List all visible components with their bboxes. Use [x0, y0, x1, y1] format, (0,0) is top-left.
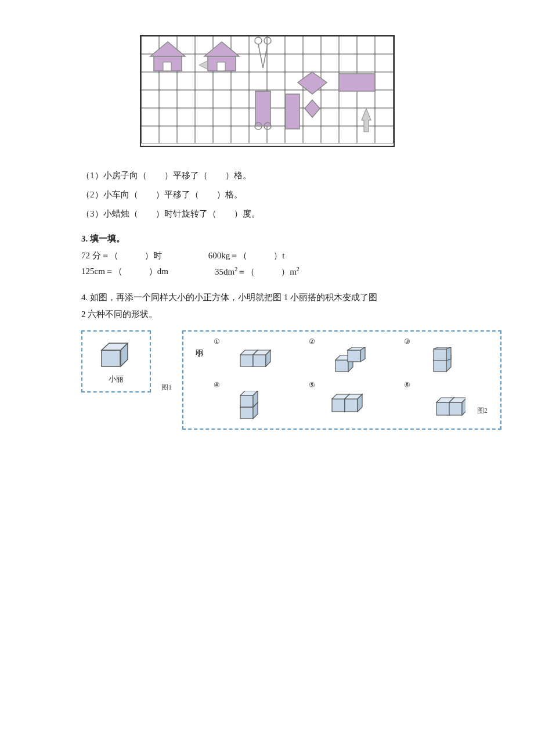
fill-item-1: 72 分＝（ ）时 [81, 250, 162, 261]
figure-1-box: 小丽 [81, 330, 151, 393]
figures-row: 小丽 图1 小明 ① [81, 330, 488, 430]
svg-rect-71 [436, 402, 449, 415]
xiaoli-label: 小丽 [109, 374, 124, 384]
fill-item-4: 35dm2＝（ ）m2 [215, 266, 300, 278]
figure2-header: 小明 ① [194, 337, 490, 423]
fig2-grid: ① ② [214, 337, 490, 423]
figure-2-box: 小明 ① [182, 330, 501, 430]
svg-rect-47 [335, 360, 348, 372]
svg-rect-41 [240, 355, 253, 366]
svg-rect-30 [255, 91, 270, 126]
grid-diagram [140, 35, 395, 147]
fill-row-2: 125cm＝（ ）dm 35dm2＝（ ）m2 [81, 266, 488, 278]
figure-1-label: 图1 [161, 383, 172, 393]
section-3: 3. 填一填。 72 分＝（ ）时 600kg＝（ ）t 125cm＝（ ）dm… [81, 233, 488, 278]
svg-rect-65 [332, 399, 345, 412]
questions-block: （1）小房子向（ ）平移了（ ）格。 （2）小车向（ ）平移了（ ）格。 （3）… [81, 170, 488, 219]
section-3-title: 3. 填一填。 [81, 233, 488, 244]
svg-rect-21 [163, 62, 171, 71]
fill-item-2: 600kg＝（ ）t [208, 250, 285, 261]
section-4: 4. 如图，再添一个同样大小的小正方体，小明就把图 1 小丽搭的积木变成了图 2… [81, 289, 488, 430]
svg-rect-62 [240, 395, 253, 407]
figure1-cube [99, 339, 134, 370]
question-1: （1）小房子向（ ）平移了（ ）格。 [81, 170, 488, 181]
svg-rect-25 [217, 62, 225, 71]
svg-marker-58 [446, 347, 451, 361]
fill-item-3: 125cm＝（ ）dm [81, 266, 168, 278]
svg-rect-74 [449, 402, 462, 415]
fill-row-1: 72 分＝（ ）时 600kg＝（ ）t [81, 250, 488, 261]
question-2: （2）小车向（ ）平移了（ ）格。 [81, 189, 488, 200]
svg-rect-35 [339, 74, 375, 91]
figure-2-label: 图2 [477, 406, 488, 416]
fig2-item-5: ⑤ [309, 381, 395, 423]
svg-rect-44 [253, 355, 266, 366]
svg-rect-38 [102, 350, 120, 366]
grid-svg [141, 36, 394, 143]
fig2-item-4: ④ [214, 381, 300, 423]
section-4-title2: 2 六种不同的形状。 [81, 306, 488, 323]
section-4-title: 4. 如图，再添一个同样大小的小正方体，小明就把图 1 小丽搭的积木变成了图 [81, 289, 488, 306]
svg-rect-37 [286, 94, 300, 129]
svg-rect-59 [240, 407, 253, 419]
svg-rect-68 [345, 399, 358, 412]
svg-rect-53 [434, 360, 446, 372]
question-3: （3）小蜡烛（ ）时针旋转了（ ）度。 [81, 208, 488, 219]
fig2-item-2: ② [309, 337, 395, 375]
svg-marker-52 [360, 347, 365, 362]
fig2-item-6: ⑥ [404, 381, 490, 423]
fig2-item-1: ① [214, 337, 300, 375]
fig2-item-3: ③ [404, 337, 490, 375]
svg-rect-56 [434, 349, 446, 361]
grid-diagram-container [46, 23, 488, 159]
svg-rect-50 [348, 350, 360, 362]
